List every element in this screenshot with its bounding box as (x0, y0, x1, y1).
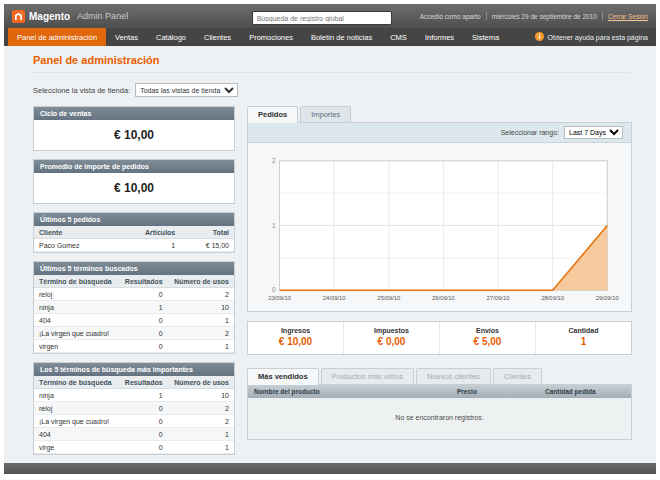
grid-empty-message: No se encontraron registros. (248, 398, 631, 439)
svg-text:23/09/10: 23/09/10 (268, 295, 292, 301)
last-orders-table: Cliente Artículos Total Paco Gomez 1 € 1… (34, 226, 234, 252)
average-orders-title: Promedio de importe de pedidos (34, 160, 234, 173)
svg-text:24/09/10: 24/09/10 (323, 295, 347, 301)
cell-usos: 1 (168, 314, 234, 327)
last-search-terms-title: Últimos 5 términos buscados (34, 262, 234, 275)
table-row[interactable]: ¡La virgen que cuadro! 0 2 (34, 415, 234, 428)
admin-frame: Magento Admin Panel Accedió como aparto … (4, 4, 656, 474)
cell-usos: 10 (168, 389, 234, 402)
grid-header-row: Nombre del producto Precio Cantidad pedi… (248, 385, 631, 398)
nav-item-catalogo[interactable]: Catálogo (147, 28, 195, 46)
grids-tabs: Más vendidos Productos más vistos Nuevos… (247, 368, 632, 384)
col-precio: Precio (451, 385, 539, 398)
table-row[interactable]: virge 0 1 (34, 441, 234, 454)
total-label: Cantidad (536, 327, 631, 334)
nav-item-boletin[interactable]: Boletín de noticias (302, 28, 381, 46)
total-label: Ingresos (248, 327, 343, 334)
cell-resultados: 0 (119, 340, 168, 353)
chart-panel: Seleccionar rango: Last 7 Days 01223/09/… (247, 122, 632, 312)
col-cantidad-pedida: Cantidad pedida (539, 385, 631, 398)
cell-resultados: 1 (119, 301, 168, 314)
cell-usos: 1 (168, 428, 234, 441)
brand: Magento Admin Panel (12, 10, 128, 23)
cell-usos: 2 (168, 402, 234, 415)
col-resultados: Resultados (119, 275, 168, 288)
col-nombre-producto: Nombre del producto (248, 385, 451, 398)
cell-termino: 404 (34, 428, 119, 441)
current-date: miércoles 29 de septiembre de 2010 (492, 13, 597, 20)
cell-termino: ¡La virgen que cuadro! (34, 327, 119, 340)
logged-in-as: Accedió como aparto (420, 13, 481, 20)
total-value: € 5,00 (440, 336, 535, 347)
range-label: Seleccionar rango: (501, 129, 559, 136)
cell-resultados: 0 (119, 415, 168, 428)
cell-termino: virgen (34, 340, 119, 353)
nav-item-informes[interactable]: Informes (416, 28, 463, 46)
nav-item-dashboard[interactable]: Panel de administración (8, 28, 106, 46)
nav-item-promociones[interactable]: Promociones (240, 28, 302, 46)
top-header: Magento Admin Panel Accedió como aparto … (4, 4, 656, 28)
nav-item-clientes[interactable]: Clientes (195, 28, 240, 46)
dashboard-left-column: Ciclo de ventas € 10,00 Promedio de impo… (33, 106, 235, 463)
last-orders-title: Últimos 5 pedidos (34, 213, 234, 226)
tab-importes[interactable]: Importes (300, 106, 351, 122)
cell-termino: ninja (34, 301, 119, 314)
col-termino: Término de búsqueda (34, 275, 119, 288)
table-row[interactable]: Paco Gomez 1 € 15,00 (34, 239, 234, 252)
svg-text:29/09/10: 29/09/10 (596, 295, 620, 301)
cell-total: € 15,00 (180, 239, 234, 252)
table-header-row: Cliente Artículos Total (34, 226, 234, 239)
svg-text:0: 0 (272, 286, 276, 293)
tab-productos-mas-vistos[interactable]: Productos más vistos (321, 368, 414, 384)
store-switcher-select[interactable]: Todas las vistas de tienda (135, 83, 238, 97)
global-search (252, 7, 392, 26)
table-row[interactable]: ¡La virgen que cuadro! 0 2 (34, 327, 234, 340)
help-link[interactable]: Obtener ayuda para esta página (535, 28, 652, 46)
nav-item-cms[interactable]: CMS (381, 28, 416, 46)
nav-item-ventas[interactable]: Ventas (106, 28, 147, 46)
lifetime-sales-card: Ciclo de ventas € 10,00 (33, 106, 235, 151)
page-title: Panel de administración (33, 54, 630, 66)
footer-bar (4, 463, 656, 474)
cell-resultados: 0 (119, 441, 168, 454)
tab-clientes[interactable]: Clientes (493, 368, 542, 384)
dashboard-right-column: Pedidos Importes Seleccionar rango: Last… (247, 106, 632, 440)
total-label: Impuestos (344, 327, 439, 334)
total-value: € 0,00 (344, 336, 439, 347)
table-row[interactable]: 404 0 1 (34, 428, 234, 441)
tab-nuevos-clientes[interactable]: Nuevos clientes (416, 368, 491, 384)
svg-text:1: 1 (272, 222, 276, 229)
global-search-input[interactable] (252, 11, 392, 25)
range-select[interactable]: Last 7 Days (564, 126, 623, 139)
total-value: 1 (536, 336, 631, 347)
top-search-terms-table: Término de búsqueda Resultados Número de… (34, 376, 234, 454)
last-search-terms-card: Últimos 5 términos buscados Término de b… (33, 261, 235, 354)
table-row[interactable]: ninja 1 10 (34, 389, 234, 402)
range-bar: Seleccionar rango: Last 7 Days (248, 123, 631, 143)
cell-usos: 10 (168, 301, 234, 314)
cell-termino: reloj (34, 288, 119, 301)
totals-bar: Ingresos € 10,00 Impuestos € 0,00 Envíos… (247, 321, 632, 355)
table-row[interactable]: reloj 0 2 (34, 402, 234, 415)
table-header-row: Término de búsqueda Resultados Número de… (34, 376, 234, 389)
table-row[interactable]: virgen 0 1 (34, 340, 234, 353)
svg-text:27/09/10: 27/09/10 (487, 295, 511, 301)
col-total: Total (180, 226, 234, 239)
col-usos: Número de usos (168, 376, 234, 389)
table-row[interactable]: ninja 1 10 (34, 301, 234, 314)
table-row[interactable]: 404 0 1 (34, 314, 234, 327)
table-header-row: Término de búsqueda Resultados Número de… (34, 275, 234, 288)
total-label: Envíos (440, 327, 535, 334)
chart-wrap: 01223/09/1024/09/1025/09/1026/09/1027/09… (248, 143, 631, 311)
col-cliente: Cliente (34, 226, 115, 239)
tab-mas-vendidos[interactable]: Más vendidos (247, 368, 319, 385)
svg-text:28/09/10: 28/09/10 (541, 295, 565, 301)
total-value: € 10,00 (248, 336, 343, 347)
nav-item-sistema[interactable]: Sistema (463, 28, 508, 46)
cell-resultados: 0 (119, 327, 168, 340)
tab-pedidos[interactable]: Pedidos (247, 106, 298, 123)
logout-link[interactable]: Cerrar Sesión (608, 13, 648, 20)
cell-usos: 2 (168, 327, 234, 340)
user-info: Accedió como aparto miércoles 29 de sept… (420, 12, 648, 20)
table-row[interactable]: reloj 0 2 (34, 288, 234, 301)
